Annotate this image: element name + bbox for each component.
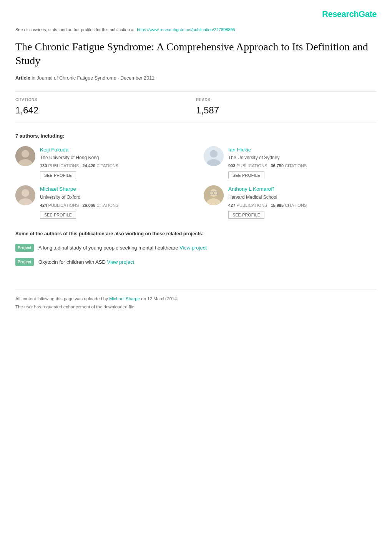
projects-heading: Some of the authors of this publication … [15, 230, 377, 238]
project-badge-2: Project [15, 258, 34, 266]
author-affiliation-keiji: The University of Hong Kong [40, 154, 188, 161]
footer-suffix: on 12 March 2014. [141, 296, 178, 301]
top-link-text: See discussions, stats, and author profi… [15, 27, 136, 32]
author-affiliation-michael: University of Oxford [40, 194, 188, 201]
see-profile-michael[interactable]: SEE PROFILE [40, 211, 76, 219]
author-card-michael: Michael Sharpe University of Oxford 424 … [15, 185, 188, 219]
svg-point-4 [210, 150, 218, 158]
author-name-anthony[interactable]: Anthony L Komaroff [228, 185, 377, 193]
project-text-1: A longitudinal study of young people see… [38, 244, 207, 252]
authors-grid: Keiji Fukuda The University of Hong Kong… [15, 146, 377, 219]
top-link-section: See discussions, stats, and author profi… [15, 27, 377, 33]
footer-uploader[interactable]: Michael Sharpe [109, 296, 140, 301]
author-stats-michael: 424 PUBLICATIONS 26,066 CITATIONS [40, 202, 188, 209]
project-item-2: Project Oxytocin for children with ASD V… [15, 258, 377, 266]
researchgate-logo: ResearchGate [322, 9, 377, 19]
avatar-michael [15, 185, 35, 205]
article-date: December 2011 [120, 75, 154, 81]
citations-value: 1,642 [15, 103, 184, 117]
project-badge-1: Project [15, 244, 34, 252]
article-in: in [32, 75, 37, 81]
avatar-ian [204, 146, 224, 166]
project-link-2[interactable]: View project [107, 259, 134, 265]
author-name-michael[interactable]: Michael Sharpe [40, 185, 188, 193]
avatar-anthony [204, 185, 224, 205]
article-type: Article [15, 75, 30, 81]
footer-prefix: All content following this page was uplo… [15, 296, 108, 301]
projects-section: Some of the authors of this publication … [15, 230, 377, 266]
article-meta: Article in Journal of Chronic Fatigue Sy… [15, 75, 377, 82]
avatar-keiji [15, 146, 35, 166]
author-info-anthony: Anthony L Komaroff Harvard Medical Schoo… [228, 185, 377, 219]
publication-url[interactable]: https://www.researchgate.net/publication… [137, 27, 235, 32]
reads-label: READS [196, 97, 365, 103]
author-stats-anthony: 427 PUBLICATIONS 15,995 CITATIONS [228, 202, 377, 209]
author-card-ian: Ian Hickie The University of Sydney 903 … [204, 146, 377, 180]
author-name-ian[interactable]: Ian Hickie [228, 146, 377, 154]
project-item-1: Project A longitudinal study of young pe… [15, 244, 377, 252]
reads-block: READS 1,587 [196, 97, 377, 117]
author-name-keiji[interactable]: Keiji Fukuda [40, 146, 188, 154]
svg-point-7 [22, 189, 29, 197]
authors-heading: 7 authors, including: [15, 132, 377, 140]
citations-label: CITATIONS [15, 97, 184, 103]
article-journal[interactable]: Journal of Chronic Fatigue Syndrome [37, 75, 116, 81]
author-stats-keiji: 130 PUBLICATIONS 24,420 CITATIONS [40, 163, 188, 169]
footer-line-1: All content following this page was uplo… [15, 296, 377, 302]
footer-line-2: The user has requested enhancement of th… [15, 304, 377, 310]
project-text-2: Oxytocin for children with ASD View proj… [38, 258, 134, 266]
reads-value: 1,587 [196, 103, 365, 117]
see-profile-ian[interactable]: SEE PROFILE [228, 171, 264, 179]
author-affiliation-ian: The University of Sydney [228, 154, 377, 161]
author-info-ian: Ian Hickie The University of Sydney 903 … [228, 146, 377, 180]
author-stats-ian: 903 PUBLICATIONS 36,750 CITATIONS [228, 163, 377, 169]
project-link-1[interactable]: View project [179, 245, 207, 251]
author-affiliation-anthony: Harvard Medical School [228, 194, 377, 201]
article-title: The Chronic Fatigue Syndrome: A Comprehe… [15, 40, 377, 68]
stats-row: CITATIONS 1,642 READS 1,587 [15, 91, 377, 123]
page-wrapper: ResearchGate See discussions, stats, and… [0, 0, 392, 335]
author-card-keiji: Keiji Fukuda The University of Hong Kong… [15, 146, 188, 180]
svg-point-1 [22, 150, 29, 158]
author-info-michael: Michael Sharpe University of Oxford 424 … [40, 185, 188, 219]
author-card-anthony: Anthony L Komaroff Harvard Medical Schoo… [204, 185, 377, 219]
authors-heading-text: 7 authors, including: [15, 133, 65, 139]
see-profile-keiji[interactable]: SEE PROFILE [40, 171, 76, 179]
see-profile-anthony[interactable]: SEE PROFILE [228, 211, 264, 219]
footer-note: All content following this page was uplo… [15, 289, 377, 311]
author-info-keiji: Keiji Fukuda The University of Hong Kong… [40, 146, 188, 180]
logo-container: ResearchGate [15, 8, 377, 20]
citations-block: CITATIONS 1,642 [15, 97, 196, 117]
